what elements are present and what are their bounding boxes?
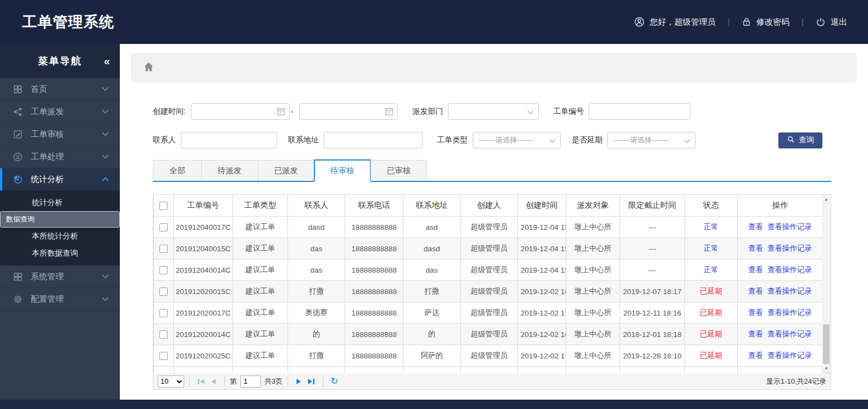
- cell-actions: 查看查看操作记录: [738, 259, 822, 281]
- scroll-down-icon[interactable]: ▼: [822, 364, 831, 373]
- view-link[interactable]: 查看: [748, 266, 763, 274]
- tab-0[interactable]: 全部: [153, 160, 202, 181]
- sidebar-subitem-4-0[interactable]: 统计分析: [0, 194, 120, 211]
- cell-actions: 查看查看操作记录: [738, 345, 822, 367]
- table-row: 201912040017C建议工单dasd18888888888asd超级管理员…: [154, 217, 822, 238]
- table-scrollbar[interactable]: ▲ ▼: [822, 194, 831, 373]
- cell-phone: 18888888888: [345, 217, 403, 238]
- row-select-cell: [154, 259, 174, 281]
- row-checkbox[interactable]: [159, 245, 168, 253]
- view-link[interactable]: 查看: [748, 244, 763, 252]
- collapse-sidebar-icon[interactable]: «: [104, 55, 109, 68]
- row-select-cell: [154, 324, 174, 345]
- sidebar-item-2[interactable]: 工单审核: [0, 123, 120, 146]
- view-link[interactable]: 查看: [748, 223, 763, 231]
- main-content: 创建时间: - 派发部门 工单编号: [120, 44, 868, 400]
- edit-icon: [12, 129, 23, 140]
- power-icon: [816, 17, 826, 27]
- date-to-input[interactable]: [299, 103, 398, 120]
- calendar-icon[interactable]: [384, 107, 394, 119]
- sidebar-item-1[interactable]: 工单派发: [0, 101, 120, 123]
- change-password-button[interactable]: 修改密码: [742, 17, 789, 27]
- empty-cell: [403, 367, 461, 374]
- first-page-button[interactable]: [197, 378, 205, 385]
- divider: [189, 377, 190, 386]
- sidebar-subitem-4-2[interactable]: 本所统计分析: [0, 228, 120, 245]
- date-range-separator: -: [291, 107, 294, 117]
- view-log-link[interactable]: 查看操作记录: [767, 266, 812, 274]
- select-all-checkbox[interactable]: [159, 202, 168, 210]
- empty-cell: [518, 367, 566, 374]
- divider: |: [728, 18, 730, 26]
- cell-order_type: 建议工单: [233, 217, 288, 238]
- row-checkbox[interactable]: [159, 309, 168, 317]
- grid-icon: [12, 271, 23, 282]
- view-link[interactable]: 查看: [748, 351, 763, 360]
- cell-contact: das: [288, 259, 345, 281]
- view-log-link[interactable]: 查看操作记录: [767, 330, 812, 338]
- sidebar-item-6[interactable]: 配置管理: [0, 288, 120, 311]
- view-log-link[interactable]: 查看操作记录: [767, 308, 812, 317]
- divider: [288, 377, 288, 386]
- cell-phone: 18888888888: [345, 345, 403, 367]
- page-number-input[interactable]: [240, 375, 261, 388]
- view-link[interactable]: 查看: [748, 330, 763, 338]
- view-log-link[interactable]: 查看操作记录: [767, 223, 812, 231]
- row-checkbox[interactable]: [159, 288, 168, 296]
- view-log-link[interactable]: 查看操作记录: [767, 244, 812, 252]
- cell-status: 正常: [685, 238, 738, 259]
- sidebar-subitem-4-3[interactable]: 本所数据查询: [0, 245, 120, 262]
- delay-select[interactable]: -------请选择-------: [607, 132, 695, 148]
- sidebar-nav: 首页工单派发工单审核工单处理统计分析统计分析数据查询本所统计分析本所数据查询系统…: [0, 78, 120, 311]
- prev-page-button[interactable]: [211, 378, 217, 385]
- chevron-down-icon: [527, 108, 534, 116]
- view-link[interactable]: 查看: [748, 287, 763, 295]
- view-link[interactable]: 查看: [748, 308, 763, 317]
- address-input[interactable]: [324, 132, 423, 148]
- table-row-partial: [154, 367, 822, 374]
- row-checkbox[interactable]: [159, 223, 168, 231]
- sidebar-title: 菜单导航: [38, 54, 82, 68]
- search-icon: [787, 135, 795, 145]
- cell-order_type: 建议工单: [233, 345, 288, 367]
- calendar-icon[interactable]: [276, 107, 286, 119]
- view-log-link[interactable]: 查看操作记录: [767, 351, 812, 360]
- gear-icon: [12, 294, 23, 305]
- last-page-button[interactable]: [307, 378, 315, 385]
- page-size-select[interactable]: 10: [158, 375, 184, 388]
- sidebar-subitem-4-1[interactable]: 数据查询: [0, 211, 120, 228]
- sidebar-item-5[interactable]: 系统管理: [0, 266, 120, 288]
- dispatch-dept-select[interactable]: [448, 103, 539, 120]
- contact-label: 联系人: [153, 135, 176, 145]
- contact-input[interactable]: [181, 132, 277, 148]
- user-greeting[interactable]: 您好，超级管理员: [634, 16, 716, 27]
- row-checkbox[interactable]: [159, 266, 168, 274]
- search-button[interactable]: 查询: [778, 132, 822, 148]
- view-log-link[interactable]: 查看操作记录: [767, 287, 812, 295]
- scrollbar-thumb[interactable]: [823, 324, 830, 364]
- logout-button[interactable]: 退出: [816, 17, 847, 27]
- next-page-button[interactable]: [296, 378, 302, 385]
- cell-phone: 18888888888: [345, 281, 403, 302]
- scroll-up-icon[interactable]: ▲: [822, 195, 831, 203]
- order-type-select[interactable]: -------请选择-------: [473, 132, 561, 148]
- cell-phone: 18888888888: [345, 238, 403, 259]
- date-from-input[interactable]: [191, 103, 290, 120]
- row-checkbox[interactable]: [159, 352, 168, 360]
- tab-3[interactable]: 待审核: [314, 159, 371, 182]
- table-row: 201912040014C建议工单das18888888888das超级管理员2…: [154, 259, 822, 281]
- tab-2[interactable]: 已派发: [258, 160, 315, 181]
- tab-4[interactable]: 已审核: [371, 160, 428, 181]
- home-icon[interactable]: [143, 61, 154, 75]
- order-no-input[interactable]: [589, 103, 690, 120]
- chevron-down-icon: [102, 154, 109, 159]
- sidebar-item-3[interactable]: 工单处理: [0, 146, 120, 168]
- tab-1[interactable]: 待派发: [201, 160, 258, 181]
- divider: [224, 377, 225, 386]
- row-checkbox[interactable]: [159, 330, 168, 339]
- cell-dispatch_target: 墩上中心所: [566, 345, 620, 367]
- refresh-icon[interactable]: ↻: [330, 377, 338, 386]
- sidebar-item-0[interactable]: 首页: [0, 78, 120, 101]
- sidebar-item-4[interactable]: 统计分析: [0, 168, 120, 191]
- column-header-7: 派发对象: [566, 195, 620, 217]
